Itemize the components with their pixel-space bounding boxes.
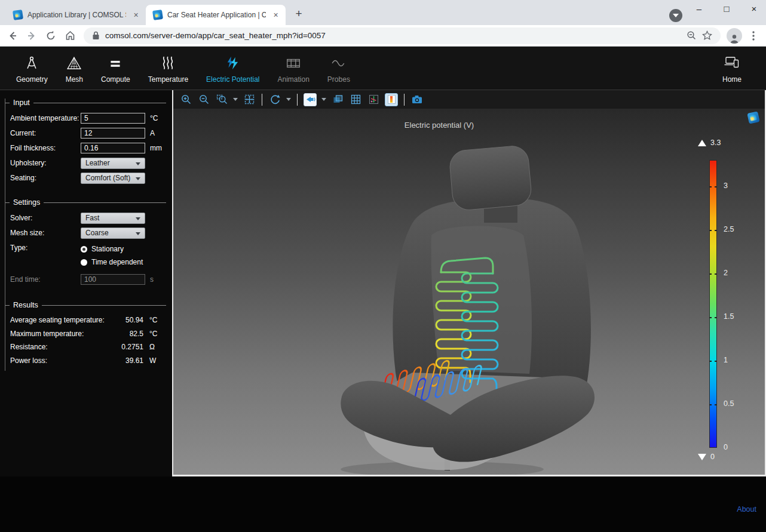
ribbon-item-mesh[interactable]: Mesh — [57, 53, 92, 84]
scene-light-dropdown-caret[interactable] — [321, 98, 326, 103]
comsol-favicon-icon — [152, 10, 163, 20]
radio-button-icon[interactable] — [81, 259, 87, 266]
result-label: Maximum temperature: — [10, 330, 84, 338]
result-value: 39.61 — [125, 356, 143, 365]
url-text[interactable]: comsol.com/server-demo/app/car_seat_heat… — [105, 31, 681, 40]
toolbar-separator — [297, 94, 298, 106]
current-input[interactable] — [81, 128, 145, 139]
results-section-header: Results — [5, 301, 166, 309]
forward-button[interactable] — [24, 28, 39, 44]
ribbon-item-geometry[interactable]: Geometry — [7, 53, 57, 84]
radio-time-dependent[interactable]: Time dependent — [81, 256, 143, 269]
ribbon-item-animation: Animation — [268, 53, 318, 84]
car-seat-3d-plot[interactable] — [173, 116, 765, 475]
result-label: Power loss: — [10, 356, 47, 365]
ambient-temperature-input[interactable] — [81, 113, 145, 124]
ribbon-label: Probes — [327, 75, 350, 84]
ribbon-item-temperature[interactable]: Temperature — [139, 53, 197, 84]
radio-stationary[interactable]: Stationary — [81, 242, 143, 256]
colorbar-tick: 1.5 — [724, 312, 747, 321]
ribbon-item-home[interactable]: Home — [713, 53, 750, 84]
ribbon-label: Compute — [101, 75, 130, 84]
graphics-panel: Electric potential (V) — [172, 90, 766, 476]
section-title: Results — [13, 301, 38, 309]
plot-canvas[interactable]: Electric potential (V) — [173, 109, 765, 475]
maximize-button[interactable]: □ — [721, 4, 733, 14]
result-row-maximum-temperature: Maximum temperature: 82.5 °C — [5, 327, 172, 341]
foil-thickness-label: Foil thickness: — [10, 144, 81, 152]
address-bar[interactable]: comsol.com/server-demo/app/car_seat_heat… — [84, 27, 721, 44]
home-button[interactable] — [62, 28, 78, 44]
minimize-button[interactable]: – — [693, 4, 705, 14]
end-time-label: End time: — [10, 275, 81, 284]
tab-title: Car Seat Heater Application | CO — [167, 11, 266, 19]
end-time-input — [81, 274, 145, 285]
devices-icon — [723, 53, 741, 71]
kebab-menu-icon[interactable] — [746, 28, 761, 44]
zoom-out-button[interactable] — [197, 93, 210, 106]
solver-dropdown[interactable]: Fast — [81, 213, 145, 224]
reload-button[interactable] — [43, 28, 59, 44]
result-row-average-seating-temperature: Average seating temperature: 50.94 °C — [5, 313, 172, 327]
colorbar-min-marker: 0 — [698, 453, 715, 461]
seating-label: Seating: — [10, 174, 81, 182]
ribbon-label: Temperature — [148, 75, 188, 84]
chevron-down-circle-icon[interactable] — [669, 9, 682, 22]
colorbar-tick: 2.5 — [724, 225, 747, 233]
rotate-dropdown-caret[interactable] — [286, 98, 291, 103]
foil-thickness-input[interactable] — [81, 143, 145, 153]
toolbar-separator — [262, 94, 262, 106]
browser-tab-car-seat-heater[interactable]: Car Seat Heater Application | CO × — [146, 5, 286, 25]
tab-close-icon[interactable]: × — [271, 10, 281, 20]
equals-icon — [108, 53, 123, 71]
color-legend-icon — [388, 95, 396, 104]
screenshot-camera-button[interactable] — [410, 93, 424, 106]
unit-label: mm — [150, 144, 166, 152]
upholstery-label: Upholstery: — [10, 159, 81, 167]
tab-title: Application Library | COMSOL Se — [27, 11, 126, 19]
mesh-size-label: Mesh size: — [10, 229, 81, 237]
tab-close-icon[interactable]: × — [131, 10, 141, 20]
ribbon-item-probes: Probes — [318, 53, 359, 84]
input-section-header: Input — [5, 99, 166, 107]
result-value: 50.94 — [125, 316, 143, 324]
unit-label: A — [150, 129, 166, 137]
grid-button[interactable] — [349, 93, 362, 106]
ribbon-item-electric-potential[interactable]: Electric Potential — [197, 53, 268, 84]
browser-navbar: comsol.com/server-demo/app/car_seat_heat… — [0, 25, 766, 47]
heat-waves-icon — [160, 53, 176, 71]
close-button[interactable]: × — [748, 4, 760, 14]
type-label: Type: — [10, 242, 81, 252]
transparency-button[interactable] — [331, 93, 344, 106]
colorbar-tick: 3 — [724, 182, 747, 190]
zoom-box-button[interactable] — [215, 93, 228, 106]
seating-dropdown[interactable]: Comfort (Soft) — [81, 173, 145, 184]
ribbon-label: Home — [722, 75, 742, 84]
result-value: 0.2751 — [121, 343, 143, 351]
browser-tab-application-library[interactable]: Application Library | COMSOL Se × — [6, 5, 146, 25]
toolbar-separator — [404, 94, 405, 106]
zoom-out-indicator-icon[interactable] — [687, 30, 697, 41]
scene-light-button[interactable] — [304, 93, 317, 106]
zoom-in-button[interactable] — [179, 93, 192, 106]
radio-button-icon[interactable] — [81, 246, 87, 253]
color-legend-button[interactable] — [385, 93, 398, 106]
ribbon-item-compute[interactable]: Compute — [92, 53, 139, 84]
back-button[interactable] — [5, 28, 20, 44]
colorbar-tick: 2 — [724, 269, 747, 277]
ambient-temperature-label: Ambient temperature: — [10, 114, 81, 122]
unit-label: s — [150, 275, 166, 284]
bookmark-star-icon[interactable] — [702, 30, 712, 41]
zoom-extents-button[interactable] — [243, 93, 256, 106]
unit-label: °C — [149, 330, 164, 338]
about-link[interactable]: About — [737, 505, 756, 513]
upholstery-dropdown[interactable]: Leather — [81, 158, 145, 169]
zoom-box-dropdown-caret[interactable] — [233, 98, 238, 103]
radio-label: Stationary — [91, 245, 124, 253]
triangle-up-icon — [698, 140, 706, 146]
plot-settings-button[interactable] — [367, 93, 380, 106]
new-tab-button[interactable]: + — [290, 5, 307, 22]
rotate-view-button[interactable] — [268, 93, 281, 106]
mesh-size-dropdown[interactable]: Coarse — [81, 227, 145, 239]
profile-avatar[interactable] — [727, 28, 742, 44]
